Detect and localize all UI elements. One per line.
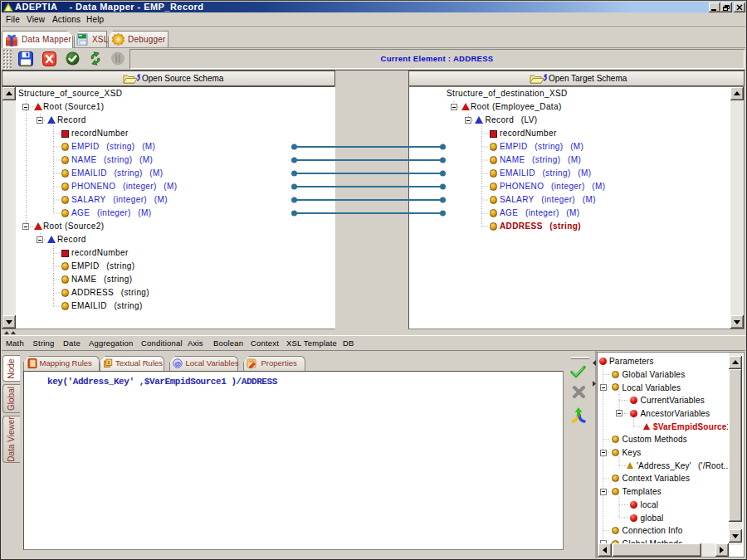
svg-text:@: @ [174,360,181,368]
